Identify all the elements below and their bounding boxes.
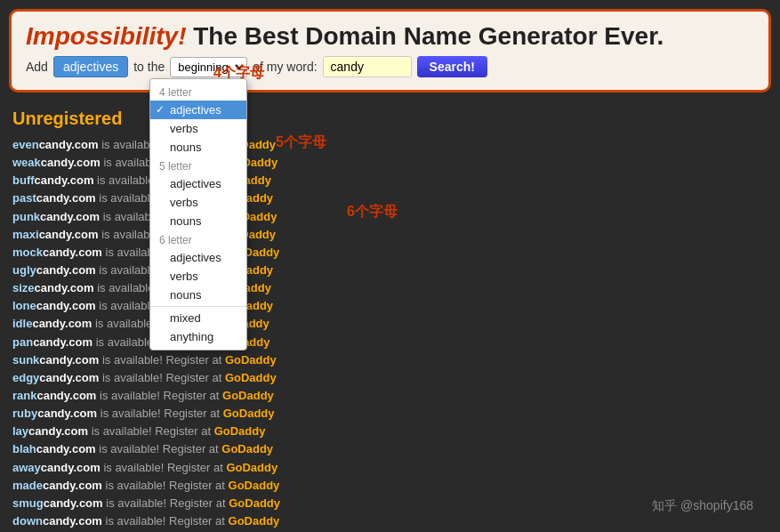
domain-name: laycandy.com [12,424,88,438]
domain-name: pastcandy.com [12,191,96,205]
annotation-6letter: 6个字母 [347,203,398,222]
domain-name: madecandy.com [12,479,102,492]
godaddy-link[interactable]: GoDaddy [229,514,280,528]
domain-name: weakcandy.com [12,156,101,169]
list-item: laycandy.com is available! Register at G… [12,423,768,440]
dropdown-item-mixed[interactable]: mixed [150,309,246,327]
list-item: weakcandy.com is available! Register at … [12,154,768,172]
section-4letter: 4 letter [150,83,246,101]
header-box: Impossibility! The Best Domain Name Gene… [9,9,771,93]
add-label: Add [26,60,48,74]
domain-name: evencandy.com [12,138,99,151]
list-item: rankcandy.com is available! Register at … [12,387,768,405]
domain-name: lonecandy.com [12,299,96,312]
list-item: lonecandy.com is available! Register at … [12,297,768,315]
word-type-dropdown-menu: 4 letter adjectives verbs nouns 5 letter… [149,78,247,351]
search-button[interactable]: Search! [417,56,487,77]
domain-name: sunkcandy.com [12,353,99,367]
godaddy-link[interactable]: GoDaddy [222,389,274,402]
dropdown-item-6-verbs[interactable]: verbs [150,267,246,286]
domain-name: downcandy.com [12,514,102,528]
list-item: evencandy.com is available! Register at … [12,136,768,154]
page-title: Impossibility! The Best Domain Name Gene… [26,22,754,51]
dropdown-item-5-verbs[interactable]: verbs [150,193,246,212]
dropdown-item-6-adjectives[interactable]: adjectives [150,248,246,267]
domain-name: blahcandy.com [12,442,96,455]
list-item: madecandy.com is available! Register at … [12,477,768,495]
section-5letter: 5 letter [150,157,246,174]
domain-name: mockcandy.com [12,246,102,259]
domain-name: awaycandy.com [12,461,101,474]
godaddy-link[interactable]: GoDaddy [225,371,277,384]
list-item: uglycandy.com is available! Register at … [12,262,768,279]
godaddy-link[interactable]: GoDaddy [226,461,277,474]
domain-name: sizecandy.com [12,281,94,294]
godaddy-link[interactable]: GoDaddy [214,424,266,438]
domain-name: rubycandy.com [12,407,97,420]
list-item: awaycandy.com is available! Register at … [12,459,768,477]
godaddy-link[interactable]: GoDaddy [221,442,273,455]
list-item: rubycandy.com is available! Register at … [12,405,768,423]
godaddy-link[interactable]: GoDaddy [225,353,277,367]
domain-name: edgycandy.com [12,371,99,384]
dropdown-divider [150,306,246,307]
list-item: edgycandy.com is available! Register at … [12,369,768,387]
title-rest: The Best Domain Name Generator Ever. [193,22,663,50]
header-controls: Add adjectives to the beginning end of m… [26,56,754,77]
results-heading: Unregistered [12,109,768,129]
domain-name: idlecandy.com [12,317,92,330]
domain-name: punkcandy.com [12,210,100,223]
to-the-label: to the [133,60,165,74]
watermark: 知乎 @shopify168 [652,498,753,514]
list-item: mockcandy.com is available! Register at … [12,244,768,262]
word-type-dropdown[interactable]: adjectives [53,56,128,77]
list-item: maxicandy.com is available! Register at … [12,226,768,244]
list-item: sunkcandy.com is available! Register at … [12,351,768,369]
word-input[interactable] [323,56,412,77]
title-impossibility: Impossibility! [26,22,186,50]
domain-list: evencandy.com is available! Register at … [12,136,768,530]
dropdown-item-4-nouns[interactable]: nouns [150,138,246,157]
domain-name: pancandy.com [12,335,92,349]
list-item: pancandy.com is available! Register at G… [12,334,768,351]
list-item: buffcandy.com is available! Register at … [12,172,768,189]
godaddy-link[interactable]: GoDaddy [229,496,280,510]
dropdown-item-4-verbs[interactable]: verbs [150,119,246,138]
domain-name: smugcandy.com [12,496,103,510]
dropdown-item-6-nouns[interactable]: nouns [150,286,246,304]
godaddy-link[interactable]: GoDaddy [223,407,275,420]
domain-name: maxicandy.com [12,228,99,241]
list-item: sizecandy.com is available! Register at … [12,279,768,297]
dropdown-item-4-adjectives[interactable]: adjectives [150,101,246,119]
results-section: Unregistered evencandy.com is available!… [0,101,780,532]
annotation-5letter: 5个字母 [276,133,326,152]
section-6letter: 6 letter [150,230,246,248]
list-item: idlecandy.com is available! Register at … [12,315,768,333]
dropdown-item-5-adjectives[interactable]: adjectives [150,174,246,193]
list-item: downcandy.com is available! Register at … [12,512,768,530]
domain-name: buffcandy.com [12,173,94,187]
godaddy-link[interactable]: GoDaddy [229,479,280,492]
dropdown-item-5-nouns[interactable]: nouns [150,212,246,230]
list-item: blahcandy.com is available! Register at … [12,440,768,458]
domain-name: rankcandy.com [12,389,96,402]
domain-name: uglycandy.com [12,263,96,277]
dropdown-item-anything[interactable]: anything [150,327,246,346]
